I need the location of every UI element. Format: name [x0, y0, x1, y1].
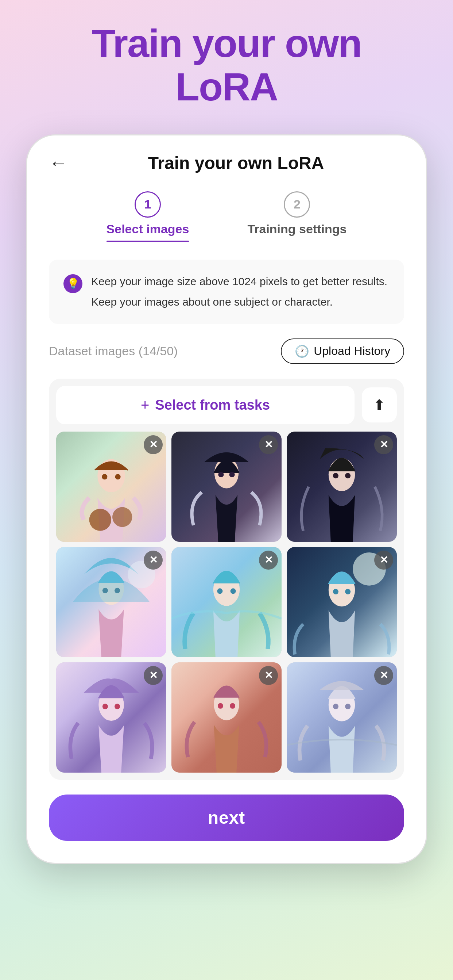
select-from-tasks-button[interactable]: + Select from tasks	[56, 386, 355, 424]
svg-point-26	[333, 589, 339, 594]
tips-text: Keep your image size above 1024 pixels t…	[91, 273, 387, 311]
image-cell-8: ✕	[171, 662, 282, 773]
svg-point-9	[230, 472, 235, 477]
dataset-row: Dataset images (14/50) 🕐 Upload History	[27, 324, 426, 371]
svg-point-3	[115, 474, 121, 479]
back-button[interactable]: ←	[49, 153, 68, 172]
tip-line-1: Keep your image size above 1024 pixels t…	[91, 273, 387, 290]
background-title: Train your ownLoRA	[92, 22, 361, 109]
select-tasks-row: + Select from tasks ⬆	[56, 386, 397, 424]
remove-image-5[interactable]: ✕	[259, 550, 278, 570]
remove-image-7[interactable]: ✕	[144, 666, 163, 685]
steps-row: 1 Select images 2 Training settings	[27, 180, 426, 242]
image-cell-3: ✕	[287, 431, 397, 542]
step-1-circle: 1	[135, 191, 161, 218]
remove-image-3[interactable]: ✕	[374, 435, 393, 454]
step-2[interactable]: 2 Training settings	[247, 191, 347, 242]
svg-point-34	[218, 703, 223, 708]
tips-box: 💡 Keep your image size above 1024 pixels…	[49, 259, 404, 324]
image-cell-9: ✕	[287, 662, 397, 773]
remove-image-9[interactable]: ✕	[374, 666, 393, 685]
svg-point-27	[345, 589, 350, 594]
dataset-label: Dataset images (14/50)	[49, 344, 177, 358]
image-cell-2: ✕	[171, 431, 282, 542]
image-cell-7: ✕	[56, 662, 166, 773]
upload-icon: ⬆	[373, 396, 385, 413]
upload-button[interactable]: ⬆	[362, 387, 397, 422]
svg-point-22	[231, 588, 236, 594]
next-button[interactable]: next	[49, 794, 404, 841]
svg-point-39	[345, 703, 350, 709]
plus-icon: +	[141, 397, 149, 413]
step-2-circle: 2	[284, 191, 310, 218]
top-bar: ← Train your own LoRA	[27, 135, 426, 180]
image-cell-5: ✕	[171, 547, 282, 657]
remove-image-2[interactable]: ✕	[259, 435, 278, 454]
tips-icon: 💡	[63, 274, 82, 293]
upload-history-button[interactable]: 🕐 Upload History	[281, 339, 404, 364]
svg-point-38	[333, 703, 339, 709]
screen-title: Train your own LoRA	[68, 153, 404, 173]
svg-point-17	[114, 587, 120, 593]
svg-point-13	[345, 473, 350, 478]
upload-history-label: Upload History	[314, 344, 390, 358]
image-grid-container: + Select from tasks ⬆	[49, 379, 404, 780]
svg-point-2	[102, 474, 107, 479]
history-icon: 🕐	[295, 344, 309, 358]
remove-image-8[interactable]: ✕	[259, 666, 278, 685]
remove-image-6[interactable]: ✕	[374, 550, 393, 570]
remove-image-1[interactable]: ✕	[144, 435, 163, 454]
svg-point-4	[89, 509, 111, 531]
step-1-underline	[106, 240, 189, 242]
image-cell-6: ✕	[287, 547, 397, 657]
image-cell-1: ✕	[56, 431, 166, 542]
svg-point-16	[103, 587, 108, 593]
svg-point-21	[217, 588, 222, 594]
step-2-label: Training settings	[247, 222, 347, 236]
select-tasks-label: Select from tasks	[155, 397, 270, 413]
phone-frame: ← Train your own LoRA 1 Select images 2 …	[26, 134, 427, 864]
remove-image-4[interactable]: ✕	[144, 550, 163, 570]
svg-point-35	[230, 703, 235, 708]
svg-point-5	[112, 507, 132, 527]
svg-point-31	[114, 703, 120, 709]
step-1[interactable]: 1 Select images	[106, 191, 189, 242]
image-cell-4: ✕	[56, 547, 166, 657]
image-grid: ✕ ✕	[56, 431, 397, 773]
tip-line-2: Keep your images about one subject or ch…	[91, 293, 387, 311]
svg-point-30	[103, 703, 108, 709]
svg-point-12	[333, 473, 339, 478]
svg-point-8	[218, 472, 223, 477]
step-1-label: Select images	[106, 222, 189, 236]
